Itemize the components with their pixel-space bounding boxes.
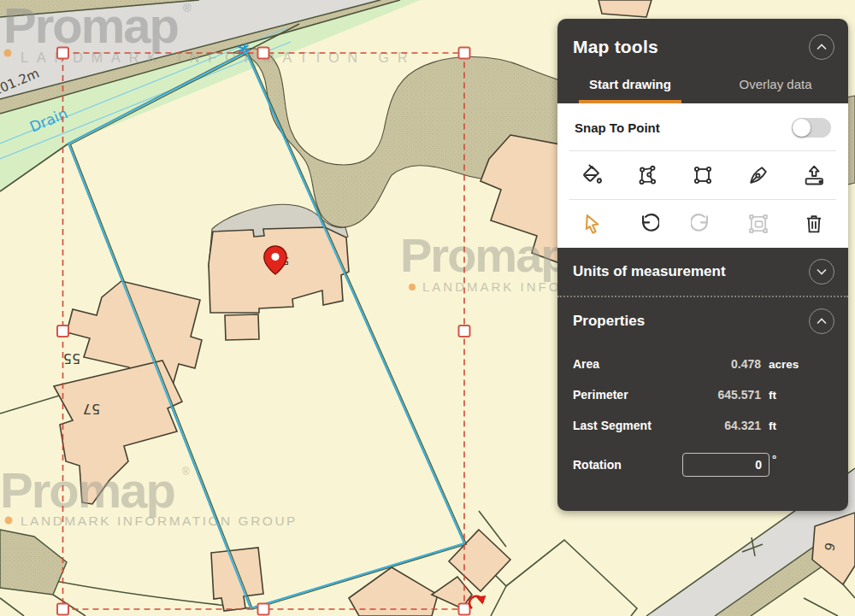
- units-expand-button[interactable]: [809, 259, 834, 285]
- handle-mid-right[interactable]: [459, 326, 470, 337]
- map-tools-panel: Map tools Start drawing Overlay data Sna…: [557, 19, 848, 511]
- draw-polygon-icon[interactable]: [635, 163, 659, 187]
- snap-to-point-label: Snap To Point: [575, 120, 660, 135]
- handle-top-right[interactable]: [459, 48, 470, 59]
- svg-text:LANDMARK INFORMATION GROUP: LANDMARK INFORMATION GROUP: [21, 513, 298, 528]
- rotation-row: Rotation °: [557, 448, 848, 482]
- building-main-annex: [225, 314, 259, 340]
- tab-start-drawing[interactable]: Start drawing: [557, 68, 703, 103]
- perimeter-value: 645.571: [682, 388, 761, 402]
- perimeter-row: Perimeter 645.571 ft: [557, 383, 848, 407]
- chevron-down-icon: [817, 268, 827, 275]
- perimeter-unit: ft: [769, 389, 776, 402]
- panel-title: Map tools: [573, 37, 658, 57]
- handle-top-left[interactable]: [57, 48, 68, 59]
- units-section-header[interactable]: Units of measurement: [557, 248, 848, 296]
- label-house-55: 55: [63, 350, 80, 367]
- draw-tools-row: [557, 151, 848, 199]
- cursor-select-icon[interactable]: [580, 212, 604, 236]
- undo-icon[interactable]: [635, 212, 659, 236]
- area-value: 0.478: [682, 357, 761, 371]
- fill-icon[interactable]: [580, 163, 604, 187]
- rotation-degree-symbol: °: [772, 453, 776, 466]
- svg-text:Promap: Promap: [0, 462, 175, 518]
- handle-mid-left[interactable]: [57, 326, 68, 337]
- promap-app: 55 57 59 6 101.2m Drain Promap ® LANDMAR…: [0, 0, 855, 616]
- transform-icon[interactable]: [746, 212, 770, 236]
- rotation-label: Rotation: [573, 458, 682, 472]
- last-segment-value: 64.321: [682, 419, 761, 432]
- tab-overlay-data[interactable]: Overlay data: [703, 68, 848, 103]
- redo-icon[interactable]: [691, 212, 715, 236]
- area-label: Area: [573, 357, 682, 371]
- pen-icon[interactable]: [746, 163, 770, 187]
- svg-text:LANDMARK INFOR: LANDMARK INFOR: [422, 279, 573, 294]
- svg-text:Promap: Promap: [400, 228, 569, 282]
- svg-text:®: ®: [182, 466, 190, 478]
- area-row: Area 0.478 acres: [557, 352, 848, 376]
- last-segment-row: Last Segment 64.321 ft: [557, 414, 848, 437]
- properties-section-header[interactable]: Properties: [557, 297, 848, 345]
- panel-tabs: Start drawing Overlay data: [557, 68, 848, 103]
- building-top-right: [598, 0, 652, 17]
- last-segment-label: Last Segment: [573, 419, 682, 432]
- properties-collapse-button[interactable]: [809, 308, 834, 334]
- rotation-input[interactable]: [682, 453, 770, 477]
- chevron-up-icon: [817, 318, 827, 325]
- edit-tools-row: [557, 200, 848, 248]
- snap-to-point-toggle[interactable]: [792, 118, 831, 138]
- perimeter-label: Perimeter: [573, 388, 682, 402]
- trash-icon[interactable]: [802, 212, 826, 236]
- svg-text:Promap: Promap: [3, 0, 179, 53]
- handle-bottom-right[interactable]: [459, 604, 470, 615]
- svg-text:®: ®: [183, 2, 192, 15]
- drawing-tools-area: Snap To Point: [557, 103, 848, 248]
- upload-icon[interactable]: [802, 163, 826, 187]
- properties-section-title: Properties: [573, 313, 645, 330]
- draw-rectangle-icon[interactable]: [691, 163, 715, 187]
- panel-header: Map tools: [557, 19, 848, 63]
- handle-bottom-mid[interactable]: [258, 604, 269, 615]
- watermark-center: Promap LANDMARK INFOR: [400, 228, 573, 294]
- chevron-up-icon: [817, 44, 827, 50]
- last-segment-unit: ft: [769, 419, 776, 432]
- area-unit: acres: [769, 358, 799, 371]
- label-house-57: 57: [83, 401, 100, 417]
- handle-top-mid[interactable]: [258, 48, 269, 59]
- snap-to-point-row: Snap To Point: [557, 103, 848, 150]
- units-section-title: Units of measurement: [573, 263, 726, 280]
- handle-bottom-left[interactable]: [57, 604, 68, 615]
- panel-collapse-button[interactable]: [809, 34, 834, 60]
- toggle-knob: [793, 119, 811, 137]
